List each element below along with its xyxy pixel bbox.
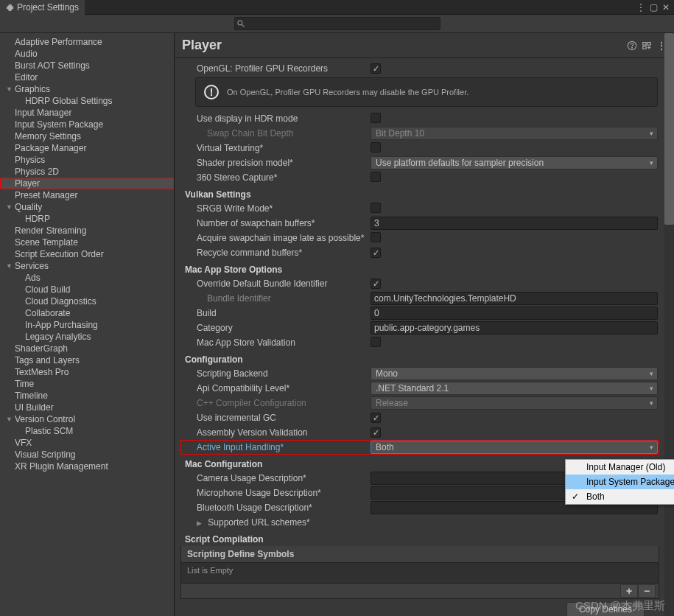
remove-button[interactable]: − bbox=[638, 584, 656, 598]
sidebar-item-render-streaming[interactable]: Render Streaming bbox=[0, 225, 174, 237]
setting-field bbox=[371, 427, 658, 438]
scroll-area[interactable]: OpenGL: Profiler GPU Recorders!On OpenGL… bbox=[175, 58, 674, 616]
sidebar-item-label: HDRP bbox=[25, 214, 50, 224]
popup-option-2[interactable]: ✓Both bbox=[566, 489, 674, 504]
virtual-tex-checkbox[interactable] bbox=[371, 142, 381, 153]
sidebar-item-plastic-scm[interactable]: Plastic SCM bbox=[0, 425, 174, 437]
sidebar-item-cloud-diagnostics[interactable]: Cloud Diagnostics bbox=[0, 295, 174, 307]
sidebar-item-label: Version Control bbox=[15, 414, 75, 424]
incremental-gc-checkbox[interactable] bbox=[371, 413, 381, 423]
maximize-icon[interactable]: ▢ bbox=[648, 2, 659, 13]
input-handling-dropdown[interactable]: Both bbox=[371, 441, 658, 454]
sidebar-item-input-manager[interactable]: Input Manager bbox=[0, 107, 174, 119]
sidebar-item-collaborate[interactable]: Collaborate bbox=[0, 307, 174, 319]
sidebar-item-hdrp-global-settings[interactable]: HDRP Global Settings bbox=[0, 95, 174, 107]
shader-precision-dropdown[interactable]: Use platform defaults for sampler precis… bbox=[371, 156, 658, 169]
sidebar-item-timeline[interactable]: Timeline bbox=[0, 390, 174, 402]
sidebar-item-visual-scripting[interactable]: Visual Scripting bbox=[0, 449, 174, 461]
scrollbar-thumb[interactable] bbox=[664, 33, 674, 225]
search-input[interactable] bbox=[234, 17, 440, 30]
sidebar-item-scene-template[interactable]: Scene Template bbox=[0, 237, 174, 248]
stereo-capture-checkbox[interactable] bbox=[371, 172, 381, 182]
dropdown-popup[interactable]: Input Manager (Old)Input System Package … bbox=[565, 459, 674, 505]
swap-buffers-input[interactable] bbox=[371, 217, 658, 230]
sidebar-item-label: Scene Template bbox=[15, 237, 78, 248]
opengl-recorders-checkbox[interactable] bbox=[371, 63, 381, 74]
setting-field: Both bbox=[371, 441, 658, 454]
setting-field bbox=[371, 248, 658, 259]
sidebar-item-textmesh-pro[interactable]: TextMesh Pro bbox=[0, 366, 174, 378]
setting-label: Recycle command buffers* bbox=[182, 248, 371, 258]
expand-arrow-icon[interactable]: ▼ bbox=[6, 416, 13, 423]
sidebar-item-editor[interactable]: Editor bbox=[0, 71, 174, 83]
scripting-backend-dropdown[interactable]: Mono bbox=[371, 367, 658, 380]
override-bundle-checkbox[interactable] bbox=[371, 279, 381, 289]
popup-option-0[interactable]: Input Manager (Old) bbox=[566, 460, 674, 475]
sidebar-item-label: ShaderGraph bbox=[15, 343, 68, 354]
sidebar-item-graphics[interactable]: ▼Graphics bbox=[0, 83, 174, 95]
acquire-late-checkbox[interactable] bbox=[371, 232, 381, 242]
popup-option-1[interactable]: Input System Package (New) bbox=[566, 475, 674, 489]
bundle-id-input[interactable] bbox=[371, 292, 658, 305]
window-tab[interactable]: Project Settings bbox=[0, 0, 85, 15]
setting-row: Use display in HDR mode bbox=[180, 111, 659, 126]
scrollbar[interactable] bbox=[664, 33, 674, 616]
sidebar-item-package-manager[interactable]: Package Manager bbox=[0, 142, 174, 154]
sidebar-item-preset-manager[interactable]: Preset Manager bbox=[0, 189, 174, 201]
setting-field: .NET Standard 2.1 bbox=[371, 382, 658, 395]
sidebar-item-shadergraph[interactable]: ShaderGraph bbox=[0, 343, 174, 354]
sidebar-item-tags-and-layers[interactable]: Tags and Layers bbox=[0, 354, 174, 366]
sidebar-item-input-system-package[interactable]: Input System Package bbox=[0, 119, 174, 130]
content-pane: Player ⋮ OpenGL: Profiler GPU Recorders!… bbox=[175, 33, 674, 616]
sidebar-item-physics-2d[interactable]: Physics 2D bbox=[0, 166, 174, 178]
sidebar-item-script-execution-order[interactable]: Script Execution Order bbox=[0, 248, 174, 260]
setting-label: Category bbox=[182, 323, 371, 333]
sidebar-item-services[interactable]: ▼Services bbox=[0, 260, 174, 272]
help-icon[interactable] bbox=[627, 41, 637, 51]
sidebar-item-burst-aot-settings[interactable]: Burst AOT Settings bbox=[0, 60, 174, 71]
sidebar-item-player[interactable]: Player bbox=[0, 178, 174, 189]
section-header: Script Compilation bbox=[180, 530, 659, 546]
sidebar-item-quality[interactable]: ▼Quality bbox=[0, 201, 174, 213]
expand-arrow-icon[interactable]: ▼ bbox=[6, 262, 13, 270]
setting-row: Scripting BackendMono bbox=[180, 366, 659, 381]
api-compat-dropdown[interactable]: .NET Standard 2.1 bbox=[371, 382, 658, 395]
svg-line-1 bbox=[242, 25, 244, 27]
sidebar-item-hdrp[interactable]: HDRP bbox=[0, 213, 174, 225]
sidebar-item-label: Plastic SCM bbox=[25, 426, 73, 436]
sidebar-item-vfx[interactable]: VFX bbox=[0, 437, 174, 449]
copy-defines-button[interactable]: Copy Defines bbox=[566, 602, 645, 616]
sidebar-item-xr-plugin-management[interactable]: XR Plugin Management bbox=[0, 461, 174, 472]
expand-arrow-icon[interactable]: ▼ bbox=[6, 85, 13, 93]
sidebar-item-in-app-purchasing[interactable]: In-App Purchasing bbox=[0, 319, 174, 331]
expand-arrow-icon[interactable]: ▶ bbox=[197, 519, 206, 527]
sidebar-item-label: TextMesh Pro bbox=[15, 367, 69, 377]
define-symbols-footer: +− bbox=[180, 584, 659, 599]
close-icon[interactable]: ✕ bbox=[661, 2, 671, 13]
sidebar-item-legacy-analytics[interactable]: Legacy Analytics bbox=[0, 331, 174, 343]
sidebar-item-audio[interactable]: Audio bbox=[0, 48, 174, 60]
add-button[interactable]: + bbox=[620, 584, 638, 598]
sidebar-item-ui-builder[interactable]: UI Builder bbox=[0, 402, 174, 413]
sidebar-item-memory-settings[interactable]: Memory Settings bbox=[0, 130, 174, 142]
settings-sidebar[interactable]: Adaptive PerformanceAudioBurst AOT Setti… bbox=[0, 33, 175, 616]
category-input[interactable] bbox=[371, 321, 658, 335]
sidebar-item-time[interactable]: Time bbox=[0, 378, 174, 390]
srgb-checkbox[interactable] bbox=[371, 203, 381, 213]
build-input[interactable] bbox=[371, 307, 658, 320]
sidebar-item-ads[interactable]: Ads bbox=[0, 272, 174, 284]
recycle-checkbox[interactable] bbox=[371, 248, 381, 258]
menu-icon[interactable]: ⋮ bbox=[636, 2, 646, 13]
preset-icon[interactable] bbox=[642, 41, 652, 51]
setting-label: Build bbox=[182, 308, 371, 318]
asm-validation-checkbox[interactable] bbox=[371, 427, 381, 438]
hdr-mode-checkbox[interactable] bbox=[371, 113, 381, 123]
sidebar-item-version-control[interactable]: ▼Version Control bbox=[0, 413, 174, 425]
expand-arrow-icon[interactable]: ▼ bbox=[6, 203, 13, 211]
window-controls: ⋮ ▢ ✕ bbox=[636, 2, 674, 13]
sidebar-item-physics[interactable]: Physics bbox=[0, 154, 174, 166]
mac-validation-checkbox[interactable] bbox=[371, 337, 381, 347]
sidebar-item-adaptive-performance[interactable]: Adaptive Performance bbox=[0, 36, 174, 48]
sidebar-item-cloud-build[interactable]: Cloud Build bbox=[0, 284, 174, 295]
setting-row: Api Compatibility Level*.NET Standard 2.… bbox=[180, 381, 659, 396]
